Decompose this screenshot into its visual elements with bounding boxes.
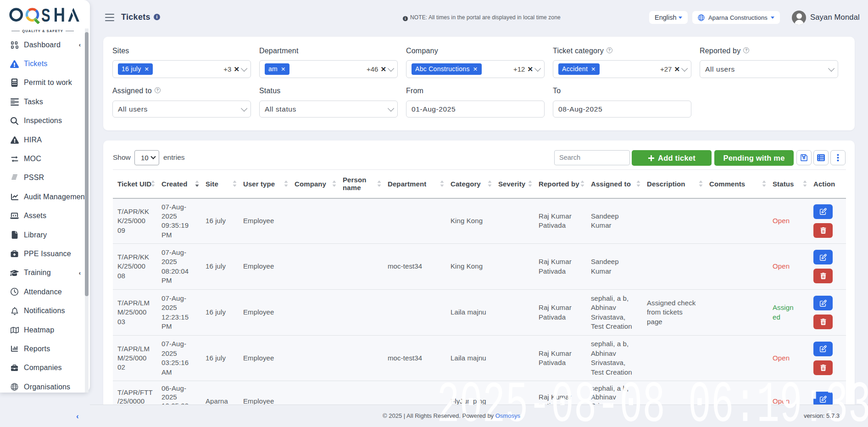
svg-text:S: S xyxy=(41,4,50,24)
